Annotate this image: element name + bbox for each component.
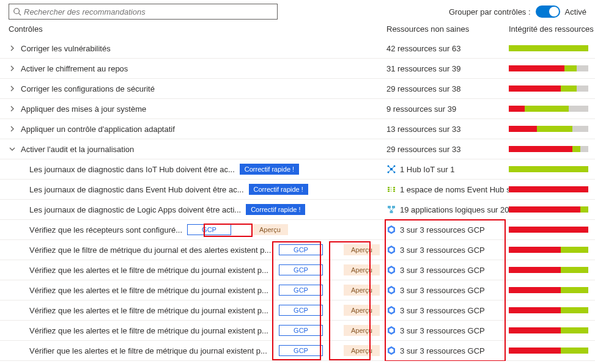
gcp-icon (386, 346, 396, 355)
unhealthy-resources: 42 ressources sur 63 (386, 44, 509, 53)
unhealthy-resources: 31 ressources sur 39 (386, 64, 509, 73)
group-by-label: Grouper par contrôles : (449, 7, 531, 16)
unhealthy-resources: 3 sur 3 ressources GCP (386, 346, 509, 355)
preview-badge: Aperçu (344, 305, 380, 316)
health-bar (509, 126, 588, 132)
row-label: Corriger les configurations de sécurité (21, 84, 155, 93)
health-bar (509, 307, 588, 313)
group-toggle[interactable] (536, 5, 560, 18)
svg-rect-18 (392, 206, 395, 208)
gcp-icon (386, 265, 396, 275)
control-row[interactable]: Appliquer un contrôle d'application adap… (0, 119, 595, 139)
row-label: Vérifiez que les alertes et le filtre de… (29, 326, 274, 335)
health-bar (509, 106, 588, 112)
unhealthy-resources: 3 sur 3 ressources GCP (386, 305, 509, 315)
control-row[interactable]: Activer l'audit et la journalisation29 r… (0, 139, 595, 159)
row-label: Appliquer un contrôle d'application adap… (21, 125, 175, 134)
search-icon (13, 7, 21, 16)
search-input[interactable] (24, 7, 273, 16)
gcp-badge[interactable]: GCP (187, 224, 231, 235)
health-bar (509, 65, 588, 71)
health-bar (509, 186, 588, 192)
recommendation-row[interactable]: Vérifiez que les alertes et le filtre de… (0, 280, 595, 300)
svg-rect-17 (388, 206, 391, 208)
recommendation-row[interactable]: Vérifiez que les alertes et le filtre de… (0, 260, 595, 280)
header-health: Intégrité des ressources (509, 24, 594, 34)
chevron-right-icon[interactable] (9, 65, 16, 71)
row-label: Les journaux de diagnostic dans IoT Hub … (29, 165, 235, 174)
gcp-badge[interactable]: GCP (279, 264, 323, 275)
health-bar (509, 267, 588, 273)
control-row[interactable]: Corriger les configurations de sécurité2… (0, 79, 595, 99)
gcp-badge[interactable]: GCP (279, 285, 323, 296)
group-toggle-state: Activé (565, 7, 586, 16)
svg-line-1 (19, 13, 21, 16)
chevron-right-icon[interactable] (9, 86, 16, 92)
health-bar (509, 45, 588, 51)
recommendation-row[interactable]: Vérifiez que les récepteurs sont configu… (0, 220, 595, 240)
preview-badge: Aperçu (344, 244, 380, 255)
health-bar (509, 227, 588, 233)
recommendation-row[interactable]: Vérifiez que le filtre de métrique du jo… (0, 240, 595, 260)
recommendation-row[interactable]: Vérifier que les alertes et le filtre de… (0, 341, 595, 361)
svg-rect-15 (393, 189, 395, 190)
health-bar (509, 327, 588, 333)
quickfix-badge[interactable]: Correctif rapide ! (249, 184, 308, 195)
quickfix-badge[interactable]: Correctif rapide ! (246, 204, 305, 215)
chevron-right-icon[interactable] (9, 126, 16, 132)
svg-rect-11 (388, 187, 390, 188)
health-bar (509, 86, 588, 92)
unhealthy-resources: 9 ressources sur 39 (386, 104, 509, 114)
unhealthy-resources: 3 sur 3 ressources GCP (386, 326, 509, 335)
unhealthy-resources: 19 applications logiques sur 20 (386, 205, 509, 214)
preview-badge: Aperçu (344, 325, 380, 336)
gcp-icon (386, 326, 396, 335)
recommendation-row[interactable]: Les journaux de diagnostic dans Event Hu… (0, 180, 595, 200)
svg-line-7 (389, 167, 391, 169)
row-label: Les journaux de diagnostic dans Event Hu… (29, 185, 244, 194)
svg-rect-19 (390, 211, 393, 213)
unhealthy-resources: 29 ressources sur 38 (386, 84, 509, 93)
control-row[interactable]: Activer le chiffrement au repos31 ressou… (0, 59, 595, 79)
svg-point-0 (14, 9, 20, 14)
quickfix-badge[interactable]: Correctif rapide ! (240, 164, 299, 175)
row-label: Corriger les vulnérabilités (21, 44, 111, 53)
row-label: Vérifiez que les alertes et le filtre de… (29, 286, 274, 295)
svg-rect-13 (388, 191, 390, 192)
recommendation-row[interactable]: Les journaux de diagnostic de Logic Apps… (0, 200, 595, 220)
row-label: Activer l'audit et la journalisation (21, 145, 134, 154)
chevron-down-icon[interactable] (9, 146, 16, 152)
gcp-icon (386, 245, 396, 255)
chevron-right-icon[interactable] (9, 106, 16, 112)
gcp-badge[interactable]: GCP (279, 305, 323, 316)
row-label: Les journaux de diagnostic de Logic Apps… (29, 205, 241, 214)
gcp-badge[interactable]: GCP (279, 244, 323, 255)
unhealthy-resources: 29 ressources sur 33 (386, 145, 509, 154)
chevron-right-icon[interactable] (9, 45, 16, 51)
control-row[interactable]: Corriger les vulnérabilités42 ressources… (0, 38, 595, 59)
logicapp-icon (386, 205, 396, 214)
row-label: Vérifiez que les alertes et le filtre de… (29, 266, 274, 275)
svg-rect-16 (393, 191, 395, 192)
search-box[interactable] (9, 4, 278, 20)
gcp-icon (386, 305, 396, 315)
gcp-badge[interactable]: GCP (279, 325, 323, 336)
recommendation-row[interactable]: Vérifiez que les alertes et le filtre de… (0, 300, 595, 321)
gcp-icon (386, 225, 396, 235)
row-label: Vérifier que les alertes et le filtre de… (29, 346, 274, 355)
unhealthy-resources: 3 sur 3 ressources GCP (386, 225, 509, 235)
svg-rect-12 (388, 189, 390, 190)
unhealthy-resources: 1 espace de noms Event Hub sur 1 (386, 184, 509, 194)
preview-badge: Aperçu (252, 224, 288, 235)
iothub-icon (386, 164, 396, 174)
svg-line-10 (392, 170, 394, 172)
gcp-badge[interactable]: GCP (279, 345, 323, 356)
header-unhealthy: Ressources non saines (386, 24, 509, 34)
row-label: Vérifiez que les alertes et le filtre de… (29, 306, 274, 315)
recommendation-row[interactable]: Vérifiez que les alertes et le filtre de… (0, 321, 595, 341)
preview-badge: Aperçu (344, 285, 380, 296)
recommendation-row[interactable]: Les journaux de diagnostic dans IoT Hub … (0, 159, 595, 180)
health-bar (509, 166, 588, 172)
control-row[interactable]: Appliquer des mises à jour système9 ress… (0, 99, 595, 119)
preview-badge: Aperçu (344, 264, 380, 275)
